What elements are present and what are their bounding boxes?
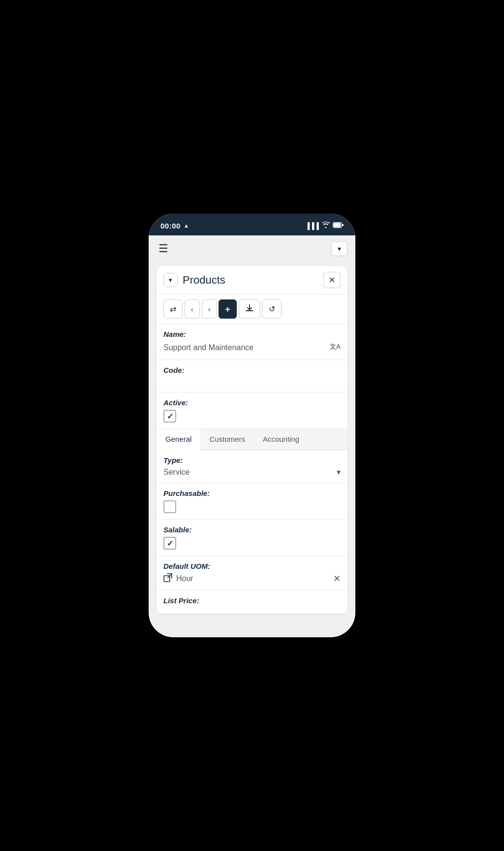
status-bar: 00:00 ▲ ▐▐▐ xyxy=(149,214,355,235)
active-field: Active: ✓ xyxy=(157,393,347,429)
tabs-container: General Customers Accounting xyxy=(157,429,347,450)
list-price-label: List Price: xyxy=(163,596,341,605)
app-dropdown-button[interactable]: ▾ xyxy=(331,241,347,256)
download-button[interactable] xyxy=(239,299,260,319)
general-tab-content: Type: Service ▾ Purchasable: xyxy=(157,450,347,614)
svg-text:文A: 文A xyxy=(330,343,341,350)
type-label: Type: xyxy=(163,456,341,464)
tab-customers[interactable]: Customers xyxy=(200,429,254,450)
code-value-row xyxy=(163,377,341,386)
dropdown-arrow-icon: ▾ xyxy=(338,245,341,253)
location-icon: ▲ xyxy=(184,223,189,229)
name-value-row: 文A xyxy=(163,341,341,354)
add-icon: + xyxy=(225,304,230,314)
tab-general[interactable]: General xyxy=(157,429,200,450)
switch-button[interactable]: ⇄ xyxy=(163,299,183,319)
purchasable-checkbox[interactable] xyxy=(163,500,176,513)
next-icon: › xyxy=(208,305,211,313)
active-checkbox[interactable]: ✓ xyxy=(163,410,176,423)
list-price-field: List Price: xyxy=(157,590,347,614)
refresh-button[interactable]: ↺ xyxy=(262,299,282,319)
card-title-dropdown-button[interactable]: ▾ xyxy=(163,273,178,287)
external-link-icon[interactable] xyxy=(163,573,172,584)
card-title: Products xyxy=(183,274,318,287)
card-dropdown-arrow-icon: ▾ xyxy=(169,276,172,284)
prev-icon: ‹ xyxy=(191,305,193,313)
salable-field: Salable: ✓ xyxy=(157,520,347,556)
purchasable-label: Purchasable: xyxy=(163,489,341,497)
content-area: ▾ Products ✕ ⇄ ‹ › xyxy=(149,262,355,637)
svg-rect-2 xyxy=(342,224,344,226)
name-label: Name: xyxy=(163,330,341,338)
purchasable-field: Purchasable: xyxy=(157,483,347,520)
uom-value-row: Hour ✕ xyxy=(163,573,341,584)
salable-checkbox[interactable]: ✓ xyxy=(163,537,176,550)
toolbar: ⇄ ‹ › + xyxy=(157,295,347,324)
translate-icon[interactable]: 文A xyxy=(330,341,341,354)
type-value: Service xyxy=(163,468,189,477)
tab-accounting[interactable]: Accounting xyxy=(254,429,308,450)
default-uom-field: Default UOM: Hour xyxy=(157,556,347,590)
wifi-icon xyxy=(321,222,330,229)
type-field: Type: Service ▾ xyxy=(157,450,347,483)
phone-frame: 00:00 ▲ ▐▐▐ xyxy=(149,214,355,637)
download-icon xyxy=(245,306,254,314)
prev-button[interactable]: ‹ xyxy=(185,299,200,319)
card-close-button[interactable]: ✕ xyxy=(323,272,341,288)
salable-label: Salable: xyxy=(163,525,341,534)
code-label: Code: xyxy=(163,366,341,374)
type-select-row[interactable]: Service ▾ xyxy=(163,467,341,477)
card-header: ▾ Products ✕ xyxy=(157,266,347,295)
svg-rect-1 xyxy=(334,223,341,227)
switch-icon: ⇄ xyxy=(170,305,176,313)
status-time: 00:00 ▲ xyxy=(160,222,189,230)
close-icon: ✕ xyxy=(329,276,335,284)
active-label: Active: xyxy=(163,398,341,407)
next-button[interactable]: › xyxy=(202,299,217,319)
refresh-icon: ↺ xyxy=(269,305,275,313)
default-uom-label: Default UOM: xyxy=(163,562,341,570)
add-button[interactable]: + xyxy=(219,299,237,319)
active-checkmark: ✓ xyxy=(167,412,173,421)
hamburger-button[interactable]: ☰ xyxy=(157,241,170,256)
hamburger-icon: ☰ xyxy=(158,242,168,255)
signal-icon: ▐▐▐ xyxy=(305,222,319,229)
uom-clear-icon[interactable]: ✕ xyxy=(333,573,341,584)
phone-screen: 00:00 ▲ ▐▐▐ xyxy=(149,214,355,637)
code-input[interactable] xyxy=(163,377,341,386)
code-field: Code: xyxy=(157,360,347,393)
product-card: ▾ Products ✕ ⇄ ‹ › xyxy=(157,266,347,614)
uom-value-text: Hour xyxy=(176,574,193,583)
salable-checkmark: ✓ xyxy=(167,539,173,548)
name-input[interactable] xyxy=(163,343,330,352)
name-field: Name: 文A xyxy=(157,324,347,360)
type-chevron-icon: ▾ xyxy=(337,467,341,477)
uom-left: Hour xyxy=(163,573,193,584)
app-bar: ☰ ▾ xyxy=(149,235,355,262)
status-icons: ▐▐▐ xyxy=(305,222,344,229)
battery-icon xyxy=(333,222,344,229)
